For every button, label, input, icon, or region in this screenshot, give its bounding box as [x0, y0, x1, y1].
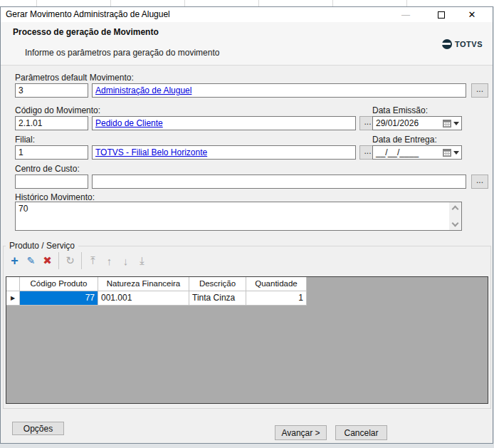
next-button[interactable]: Avançar >: [275, 425, 327, 440]
screen: Gerar Movimento Administração de Aluguel…: [0, 0, 494, 448]
page-title: Processo de geração de Movimento: [13, 27, 159, 37]
cell-codigo-produto[interactable]: 77: [20, 291, 98, 306]
data-emissao-field: 29/01/2026: [372, 116, 462, 130]
move-up-icon[interactable]: ↑: [101, 251, 117, 270]
close-icon[interactable]: ✕: [461, 7, 483, 22]
dropdown-arrow-icon: [453, 151, 459, 155]
data-emissao-label: Data Emissão:: [372, 105, 428, 115]
filial-description-field: TOTVS - Filial Belo Horizonte: [92, 145, 356, 160]
filial-code-input[interactable]: 1: [15, 145, 88, 160]
codigo-movimento-code-input[interactable]: 2.1.01: [15, 116, 88, 130]
cancel-button[interactable]: Cancelar: [335, 425, 387, 440]
table-row[interactable]: ▶ 77 001.001 Tinta Cinza 1: [6, 291, 307, 306]
centro-custo-label: Centro de Custo:: [15, 164, 80, 174]
move-last-icon[interactable]: ⤓: [134, 251, 150, 270]
parametros-browse-button[interactable]: ...: [471, 83, 488, 98]
produto-table: Código Produto Natureza Financeira Descr…: [6, 277, 307, 306]
data-emissao-picker-button[interactable]: [440, 117, 461, 130]
totvs-logo-icon: [442, 39, 452, 49]
table-header-row: Código Produto Natureza Financeira Descr…: [6, 277, 307, 291]
cell-quantidade[interactable]: 1: [246, 291, 307, 306]
maximize-icon[interactable]: [431, 7, 452, 22]
column-header[interactable]: Descrição: [189, 277, 246, 291]
codigo-movimento-description-link[interactable]: Pedido de Cliente: [95, 118, 163, 128]
refresh-icon[interactable]: ↻: [62, 251, 78, 270]
parametros-description-field: Administração de Aluguel: [92, 83, 466, 98]
row-selector-icon: ▶: [6, 291, 20, 306]
data-emissao-value[interactable]: 29/01/2026: [373, 117, 440, 130]
historico-label: Histórico Movimento:: [15, 192, 95, 202]
produto-servico-legend: Produto / Serviço: [6, 241, 78, 251]
minimize-icon[interactable]: —: [395, 7, 416, 22]
page-subtitle: Informe os parâmetros para geração do mo…: [25, 48, 219, 58]
background-strip: [0, 0, 494, 6]
parametros-code-input[interactable]: 3: [15, 83, 88, 98]
parametros-description-link[interactable]: Administração de Aluguel: [95, 85, 191, 95]
produto-grid: Código Produto Natureza Financeira Descr…: [6, 276, 488, 404]
data-entrega-label: Data de Entrega:: [372, 135, 437, 145]
column-header[interactable]: Código Produto: [20, 277, 98, 291]
grid-toolbar: + ✎ ✖ ↻ ⤒ ↑ ↓ ⤓: [6, 251, 150, 271]
dropdown-arrow-icon: [453, 122, 459, 125]
toolbar-separator: [58, 252, 59, 269]
centro-custo-code-input[interactable]: [15, 174, 88, 189]
cell-natureza-financeira[interactable]: 001.001: [98, 291, 189, 306]
calendar-icon: [443, 149, 451, 157]
data-entrega-field: __/__/____: [372, 145, 462, 160]
add-row-icon[interactable]: +: [6, 251, 23, 270]
move-down-icon[interactable]: ↓: [117, 251, 134, 270]
delete-row-icon[interactable]: ✖: [39, 251, 56, 270]
cell-descricao[interactable]: Tinta Cinza: [189, 291, 246, 306]
historico-value: 70: [19, 204, 28, 214]
codigo-movimento-description-field: Pedido de Cliente: [92, 116, 356, 130]
toolbar-separator: [81, 252, 82, 269]
column-header[interactable]: Natureza Financeira: [98, 277, 189, 291]
totvs-logo-text: TOTVS: [455, 40, 483, 48]
filial-label: Filial:: [15, 135, 35, 145]
historico-scrollbar[interactable]: [449, 202, 461, 230]
codigo-movimento-label: Código do Movimento:: [15, 105, 100, 115]
totvs-logo: TOTVS: [442, 39, 483, 49]
titlebar: Gerar Movimento Administração de Aluguel…: [1, 7, 493, 22]
scroll-up-icon[interactable]: [452, 206, 459, 213]
data-entrega-value[interactable]: __/__/____: [373, 146, 440, 159]
scroll-down-icon[interactable]: [452, 220, 459, 227]
move-first-icon[interactable]: ⤒: [85, 251, 101, 270]
maximize-box-glyph: [438, 11, 445, 19]
centro-custo-browse-button[interactable]: ...: [471, 174, 488, 189]
filial-description-link[interactable]: TOTVS - Filial Belo Horizonte: [95, 147, 207, 157]
column-header[interactable]: Quantidade: [246, 277, 307, 291]
wizard-header: Processo de geração de Movimento Informe…: [1, 22, 493, 66]
selector-header-cell: [6, 277, 20, 291]
centro-custo-description-field[interactable]: [92, 174, 466, 189]
options-button[interactable]: Opções: [12, 422, 64, 435]
dialog-window: Gerar Movimento Administração de Aluguel…: [0, 6, 493, 444]
background-bottom-strip: [0, 444, 494, 448]
calendar-icon: [443, 120, 451, 127]
window-title: Gerar Movimento Administração de Aluguel: [6, 7, 170, 22]
historico-textarea[interactable]: 70: [15, 202, 462, 231]
parametros-label: Parâmetros default Movimento:: [15, 73, 134, 83]
data-entrega-picker-button[interactable]: [440, 146, 461, 159]
edit-row-icon[interactable]: ✎: [23, 251, 39, 270]
